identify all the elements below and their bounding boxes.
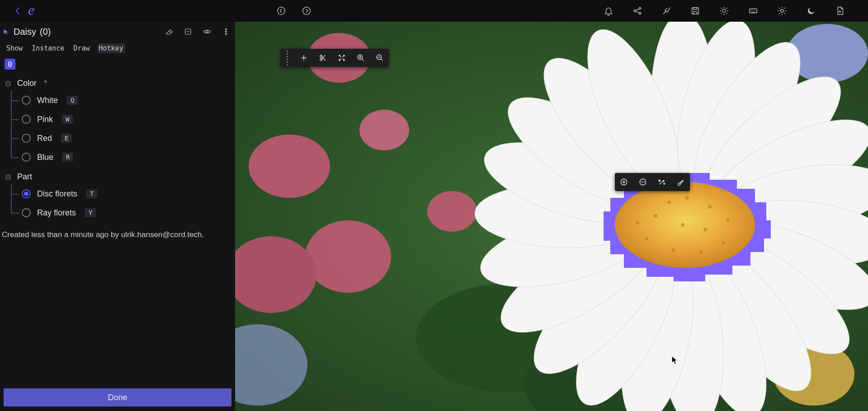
- bell-icon[interactable]: [603, 5, 614, 16]
- radio[interactable]: [22, 115, 31, 124]
- mouse-cursor-icon: [671, 356, 678, 365]
- created-meta: Created less than a minute ago by ulrik.…: [0, 222, 235, 248]
- remove-region-icon[interactable]: [638, 177, 647, 187]
- label-count: (0): [40, 27, 51, 37]
- radio[interactable]: [22, 208, 31, 217]
- svg-point-41: [681, 223, 684, 227]
- plus-icon[interactable]: [299, 53, 308, 62]
- option-hotkey: T: [86, 189, 97, 198]
- segmentation-toolbar[interactable]: [615, 173, 690, 191]
- radio[interactable]: [22, 153, 31, 162]
- sidebar-tabs: Show Instance Draw Hotkey: [0, 42, 235, 55]
- zoom-in-icon[interactable]: [356, 53, 365, 62]
- brightness-icon[interactable]: [719, 5, 730, 16]
- svg-point-37: [699, 250, 703, 254]
- annotated-image: [235, 22, 868, 411]
- option-red[interactable]: Red E: [22, 129, 235, 148]
- radio[interactable]: [22, 189, 31, 198]
- box-minus-icon[interactable]: [183, 26, 193, 37]
- more-vert-icon[interactable]: [221, 26, 231, 37]
- share-icon[interactable]: [632, 5, 643, 16]
- image-canvas[interactable]: [235, 22, 868, 411]
- collapse-icon[interactable]: [5, 80, 12, 87]
- label-name: Daisy: [14, 27, 36, 37]
- svg-point-13: [226, 33, 227, 35]
- scissors-icon[interactable]: [318, 53, 327, 62]
- svg-point-6: [722, 9, 726, 12]
- wrench-icon[interactable]: [661, 5, 672, 16]
- attr-name: Color: [17, 79, 37, 88]
- svg-point-20: [305, 220, 391, 293]
- svg-point-36: [722, 241, 725, 245]
- top-toolbar: e: [0, 0, 868, 22]
- svg-point-31: [654, 214, 657, 218]
- back-icon[interactable]: [13, 5, 24, 16]
- svg-point-35: [726, 219, 730, 222]
- radio[interactable]: [22, 134, 31, 143]
- option-label: White: [37, 96, 58, 105]
- expand-icon[interactable]: [337, 53, 346, 62]
- svg-point-12: [226, 31, 227, 33]
- option-disc-florets[interactable]: Disc florets T: [22, 184, 235, 203]
- option-label: Blue: [37, 153, 53, 162]
- option-label: Disc florets: [37, 189, 77, 199]
- moon-icon[interactable]: [806, 5, 816, 16]
- nav-next-icon[interactable]: [301, 5, 312, 16]
- svg-point-22: [427, 191, 477, 232]
- drag-handle-icon[interactable]: [285, 51, 289, 65]
- option-hotkey: E: [61, 134, 72, 143]
- svg-point-11: [226, 28, 227, 30]
- tab-instance[interactable]: Instance: [30, 43, 66, 53]
- save-icon[interactable]: [690, 5, 701, 16]
- done-button[interactable]: Done: [4, 388, 231, 406]
- svg-point-33: [685, 196, 689, 200]
- keyboard-icon[interactable]: [748, 5, 759, 16]
- svg-point-18: [249, 135, 330, 198]
- tab-show[interactable]: Show: [5, 43, 24, 53]
- collapse-icon[interactable]: [5, 173, 12, 181]
- option-hotkey: Q: [67, 96, 78, 105]
- nav-prev-icon[interactable]: [276, 5, 287, 16]
- svg-point-30: [615, 182, 755, 268]
- svg-point-19: [359, 110, 409, 150]
- option-label: Ray florets: [37, 208, 76, 218]
- label-header: Daisy (0): [0, 22, 235, 42]
- instance-count-badge: 0: [5, 59, 15, 70]
- attr-head-part[interactable]: Part: [0, 169, 235, 184]
- attr-head-color[interactable]: Color *: [0, 76, 235, 91]
- svg-point-0: [278, 7, 285, 15]
- tab-hotkey[interactable]: Hotkey: [97, 43, 125, 53]
- option-blue[interactable]: Blue R: [22, 148, 235, 167]
- left-sidebar: Daisy (0) Show Instance Dr: [0, 22, 235, 411]
- svg-point-42: [703, 228, 707, 231]
- option-hotkey: Y: [85, 208, 96, 217]
- required-marker: *: [44, 79, 47, 88]
- option-label: Pink: [37, 115, 53, 124]
- svg-rect-5: [692, 8, 699, 14]
- radio[interactable]: [22, 96, 31, 105]
- tab-draw[interactable]: Draw: [71, 43, 91, 53]
- eye-icon[interactable]: [202, 26, 212, 37]
- attr-group-color: Color * White Q Pink W Red E: [0, 73, 235, 167]
- option-white[interactable]: White Q: [22, 91, 235, 110]
- canvas-main-toolbar[interactable]: [280, 49, 389, 67]
- app-logo: e: [28, 2, 34, 19]
- option-hotkey: R: [62, 153, 73, 162]
- svg-point-40: [636, 221, 639, 224]
- svg-point-34: [708, 205, 712, 209]
- add-region-icon[interactable]: [619, 177, 628, 187]
- gear-icon[interactable]: [777, 5, 788, 16]
- option-label: Red: [37, 134, 52, 143]
- option-pink[interactable]: Pink W: [22, 110, 235, 129]
- brush-icon[interactable]: [676, 177, 685, 187]
- svg-point-8: [781, 9, 783, 12]
- new-doc-icon[interactable]: [835, 5, 845, 16]
- zoom-out-icon[interactable]: [375, 53, 384, 62]
- magic-wand-icon[interactable]: [657, 177, 666, 187]
- svg-point-39: [645, 237, 648, 240]
- option-ray-florets[interactable]: Ray florets Y: [22, 203, 235, 222]
- svg-point-10: [206, 31, 208, 33]
- eraser-icon[interactable]: [164, 26, 175, 37]
- attr-group-part: Part Disc florets T Ray florets Y: [0, 167, 235, 222]
- svg-point-1: [303, 7, 311, 15]
